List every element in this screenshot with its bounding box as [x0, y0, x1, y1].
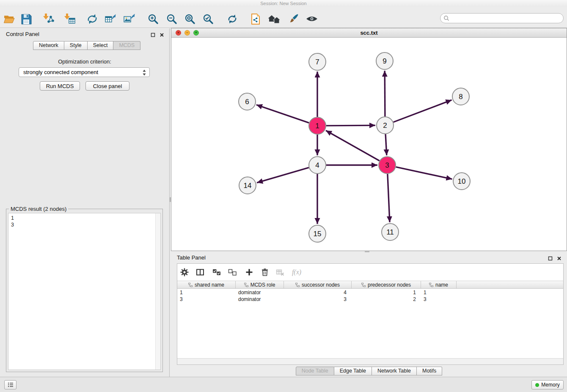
search-input[interactable]	[440, 13, 564, 23]
graph-edge-2-8[interactable]	[394, 100, 452, 122]
tab-node-table[interactable]: Node Table	[296, 367, 334, 375]
mcds-result-item: 1	[8, 215, 160, 221]
home-layout-button[interactable]	[267, 11, 282, 27]
zoom-fit-button[interactable]	[182, 11, 198, 27]
graph-node-1[interactable]: 1	[309, 117, 326, 134]
import-network-icon	[42, 13, 55, 25]
graph-edge-3-1[interactable]	[326, 130, 380, 160]
graph-edge-3-11[interactable]	[388, 174, 390, 222]
graph-node-9[interactable]: 9	[376, 52, 393, 69]
graph-node-label: 14	[244, 182, 252, 190]
network-window-zoom-button[interactable]: +	[193, 30, 199, 36]
graph-node-6[interactable]: 6	[239, 93, 256, 110]
mcds-result-item: 3	[8, 221, 160, 228]
export-network-button[interactable]	[85, 11, 100, 27]
graph-edge-3-10[interactable]	[396, 167, 452, 179]
column-header-MCDS-role[interactable]: MCDS role	[236, 281, 284, 288]
network-graph[interactable]: 7968124314101511	[171, 38, 567, 251]
network-view-window: × − + scc.txt 7968124314101511	[171, 28, 567, 251]
network-window-close-button[interactable]: ×	[176, 30, 181, 36]
column-header-name[interactable]: name	[421, 281, 457, 288]
close-panel-button[interactable]: Close panel	[85, 81, 129, 91]
graph-node-4[interactable]: 4	[309, 157, 326, 174]
table-row[interactable]: 3dominator323	[177, 296, 563, 303]
export-image-button[interactable]	[121, 11, 137, 27]
table-panel-tabs: Node Table Edge Table Network Table Moti…	[171, 367, 567, 375]
graph-node-8[interactable]: 8	[452, 88, 469, 105]
tab-style[interactable]: Style	[64, 41, 88, 50]
document-share-icon	[250, 13, 261, 25]
column-sort-icon	[429, 283, 433, 287]
criterion-value: strongly connected component	[23, 69, 98, 75]
status-bar: Memory	[0, 377, 567, 392]
tab-network-table[interactable]: Network Table	[372, 367, 417, 375]
unselect-all-button[interactable]	[226, 266, 238, 278]
table-settings-button[interactable]	[179, 266, 190, 278]
graph-edge-1-2[interactable]	[326, 125, 375, 126]
search-box	[440, 13, 564, 23]
select-all-button[interactable]	[211, 266, 223, 278]
apply-function-button[interactable]: f(x)	[289, 266, 305, 278]
graph-edge-4-14[interactable]	[257, 168, 309, 183]
column-header-label: MCDS role	[250, 282, 275, 288]
zoom-in-button[interactable]	[146, 11, 161, 27]
graph-edge-2-3[interactable]	[385, 134, 387, 155]
graph-node-2[interactable]: 2	[377, 117, 394, 134]
vertical-splitter-handle[interactable]	[170, 197, 171, 202]
import-table-button[interactable]	[62, 11, 77, 27]
column-header-predecessor-nodes[interactable]: predecessor nodes	[352, 281, 421, 288]
table-panel-float-button[interactable]	[548, 256, 553, 261]
column-header-successor-nodes[interactable]: successor nodes	[284, 281, 352, 288]
export-image-icon	[123, 13, 135, 25]
add-column-button[interactable]	[243, 266, 255, 278]
maximize-icon	[151, 33, 155, 37]
graph-node-label: 4	[315, 161, 319, 169]
column-header-label: name	[435, 282, 448, 288]
split-columns-icon	[196, 268, 204, 276]
graph-node-label: 11	[386, 228, 394, 236]
refresh-button[interactable]	[225, 11, 240, 27]
graph-node-label: 2	[383, 121, 387, 130]
graph-node-14[interactable]: 14	[239, 177, 256, 194]
graph-node-15[interactable]: 15	[309, 225, 326, 242]
visibility-button[interactable]	[304, 11, 319, 27]
graph-node-3[interactable]: 3	[379, 157, 396, 174]
table-horizontal-scrollbar[interactable]	[177, 358, 563, 364]
graph-edge-1-6[interactable]	[256, 105, 309, 123]
import-network-button[interactable]	[41, 11, 56, 27]
zoom-out-button[interactable]	[164, 11, 179, 27]
apply-style-button[interactable]	[285, 11, 300, 27]
tab-edge-table[interactable]: Edge Table	[334, 367, 372, 375]
tab-select[interactable]: Select	[88, 41, 114, 50]
graph-node-11[interactable]: 11	[382, 224, 399, 240]
maximize-icon	[548, 256, 553, 261]
memory-button[interactable]: Memory	[531, 380, 564, 389]
network-window-minimize-button[interactable]: −	[184, 30, 190, 36]
criterion-dropdown[interactable]: strongly connected component	[19, 67, 150, 77]
control-panel-float-button[interactable]	[150, 32, 155, 37]
graph-edge-2-9[interactable]	[385, 71, 385, 116]
new-network-view-button[interactable]	[248, 11, 263, 27]
control-panel-close-button[interactable]	[159, 32, 164, 37]
zoom-selected-button[interactable]	[201, 11, 216, 27]
result-scrollbar-track[interactable]	[155, 213, 160, 370]
run-mcds-button[interactable]: Run MCDS	[40, 81, 80, 91]
delete-table-button[interactable]	[274, 266, 286, 278]
task-history-button[interactable]	[4, 380, 17, 389]
export-table-button[interactable]	[103, 11, 118, 27]
tab-network[interactable]: Network	[33, 41, 64, 50]
window-title: Session: New Session	[260, 1, 306, 6]
delete-column-button[interactable]	[259, 266, 271, 278]
tab-motifs[interactable]: Motifs	[417, 367, 442, 375]
open-session-button[interactable]	[2, 11, 17, 27]
table-row[interactable]: 1dominator411	[177, 289, 563, 296]
table-panel-close-button[interactable]	[556, 256, 561, 261]
split-table-button[interactable]	[194, 266, 206, 278]
graph-node-7[interactable]: 7	[309, 53, 326, 70]
graph-node-10[interactable]: 10	[453, 173, 470, 190]
save-session-button[interactable]	[19, 11, 34, 27]
mcds-result-list[interactable]: 1 3	[8, 213, 161, 370]
column-header-shared-name[interactable]: shared name	[177, 281, 236, 288]
tab-mcds[interactable]: MCDS	[113, 41, 140, 50]
export-table-icon	[104, 13, 117, 25]
